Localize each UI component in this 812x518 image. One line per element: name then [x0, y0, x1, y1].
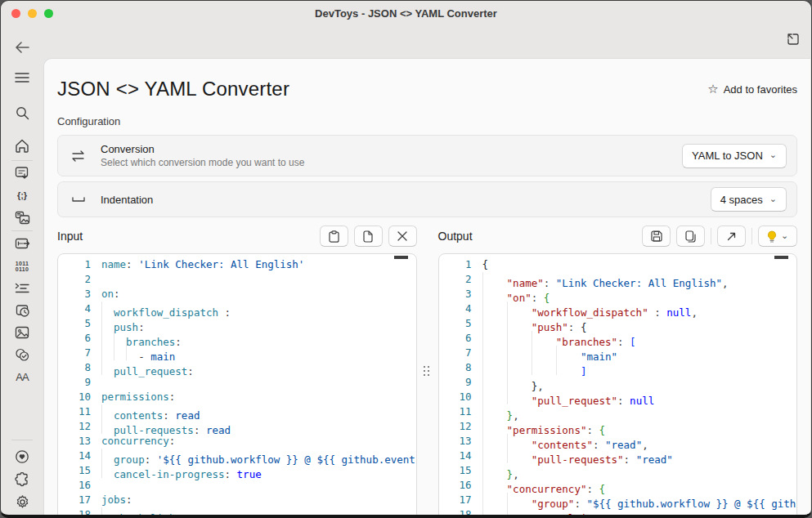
indentation-dropdown[interactable]: 4 spaces ⌄	[711, 187, 787, 212]
compact-overlay-icon	[786, 32, 800, 46]
code-line: 9},	[439, 375, 797, 390]
configuration-section-label: Configuration	[57, 115, 797, 127]
output-editor[interactable]: 1{2"name": "Link Checker: All English",3…	[438, 253, 798, 515]
extensions-icon[interactable]	[14, 471, 30, 488]
zoom-window-button[interactable]	[44, 9, 53, 18]
code-line: 12"permissions": {	[439, 419, 797, 434]
code-line: 18check-links:	[58, 507, 416, 515]
code-line: 5push:	[58, 316, 416, 331]
clipboard-icon	[329, 230, 339, 243]
date-time-icon[interactable]	[14, 302, 30, 319]
sidebar-divider	[11, 160, 33, 161]
image-tools-icon[interactable]	[14, 324, 30, 341]
scrollbar-indicator[interactable]	[394, 256, 408, 259]
smart-detection-button[interactable]: ⌄	[758, 226, 797, 247]
formatters-icon[interactable]: {;}	[14, 187, 30, 203]
code-line: 9	[58, 375, 416, 390]
code-line: 12pull-requests: read	[58, 419, 416, 434]
paste-button[interactable]	[320, 226, 348, 247]
code-line: 14group: '${{ github.workflow }} @ ${{ g…	[58, 449, 416, 463]
expand-output-button[interactable]	[717, 226, 746, 247]
code-line: 2	[58, 272, 416, 287]
code-line: 7- main	[58, 346, 416, 360]
scrollbar-indicator[interactable]	[774, 256, 788, 259]
workspace: Input 1name: 'Link	[57, 226, 797, 515]
splitter-grip-icon	[424, 366, 429, 376]
sidebar: {;} 1011 0110 AA	[1, 25, 43, 515]
favorites-icon[interactable]	[14, 449, 30, 465]
converters-icon[interactable]	[14, 164, 30, 181]
code-line: 13concurrency:	[58, 434, 416, 449]
copy-output-button[interactable]	[676, 226, 705, 247]
toolbar-separator	[751, 228, 752, 244]
add-to-favorites-label: Add to favorites	[724, 83, 797, 96]
save-icon	[651, 230, 662, 242]
code-line: 10"pull_request": null	[439, 390, 797, 404]
home-icon[interactable]	[14, 137, 30, 154]
pane-splitter[interactable]	[417, 226, 438, 515]
indentation-setting-card: Indentation 4 spaces ⌄	[57, 181, 797, 217]
search-icon[interactable]	[14, 105, 30, 121]
code-line: 13"contents": "read",	[439, 434, 797, 449]
close-window-button[interactable]	[11, 9, 20, 18]
sidebar-divider	[11, 440, 33, 440]
conversion-mode-value: YAML to JSON	[692, 150, 763, 162]
code-line: 10permissions:	[58, 390, 416, 404]
lightbulb-icon	[767, 230, 777, 243]
code-line: 8pull_request:	[58, 360, 416, 375]
traffic-lights	[11, 9, 53, 18]
indentation-title: Indentation	[101, 194, 711, 206]
code-line: 17jobs:	[58, 493, 416, 507]
save-output-button[interactable]	[642, 226, 671, 247]
input-pane: Input 1name: 'Link	[57, 226, 417, 515]
code-line: 6branches:	[58, 331, 416, 346]
chevron-down-icon: ⌄	[769, 194, 777, 203]
graphic-generators-icon[interactable]	[14, 209, 30, 226]
minimize-window-button[interactable]	[28, 9, 37, 18]
clear-input-button[interactable]	[388, 226, 417, 247]
swap-arrows-icon	[70, 150, 87, 162]
conversion-subtitle: Select which conversion mode you want to…	[101, 157, 682, 168]
app-window: DevToys - JSON <> YAML Converter {;}	[0, 0, 812, 518]
expand-icon	[726, 231, 737, 242]
copy-icon	[685, 230, 696, 243]
code-line: 1{	[439, 257, 797, 272]
encoders-decoders-icon[interactable]	[14, 235, 30, 252]
load-file-button[interactable]	[354, 226, 383, 247]
spacebar-icon	[70, 195, 87, 203]
code-line: 3on:	[58, 287, 416, 301]
code-line: 17"group": "${{ github.workflow }} @ ${{…	[439, 493, 797, 507]
add-to-favorites-button[interactable]: ☆ Add to favorites	[707, 82, 797, 96]
conversion-mode-dropdown[interactable]: YAML to JSON ⌄	[682, 144, 787, 168]
star-icon: ☆	[707, 82, 718, 96]
settings-icon[interactable]	[14, 493, 30, 510]
file-icon	[363, 230, 373, 243]
window-title: DevToys - JSON <> YAML Converter	[315, 7, 497, 20]
code-line: 2"name": "Link Checker: All English",	[439, 272, 797, 287]
conversion-setting-card: Conversion Select which conversion mode …	[57, 135, 797, 176]
cli-tools-icon[interactable]	[14, 280, 30, 297]
page-title: JSON <> YAML Converter	[57, 78, 289, 100]
title-bar[interactable]: DevToys - JSON <> YAML Converter	[1, 1, 811, 25]
code-line: 14"pull-requests": "read"	[439, 449, 797, 463]
chevron-down-icon: ⌄	[769, 150, 777, 159]
text-tools-icon[interactable]: AA	[14, 368, 30, 385]
main-panel: JSON <> YAML Converter ☆ Add to favorite…	[43, 58, 810, 515]
close-icon	[397, 231, 407, 241]
output-pane-title: Output	[438, 230, 473, 243]
toolbar-separator	[711, 228, 711, 244]
chevron-down-icon: ⌄	[781, 231, 788, 240]
compact-overlay-button[interactable]	[783, 29, 801, 47]
code-line: 4workflow_dispatch :	[58, 301, 416, 316]
code-line: 4"workflow_dispatch" : null,	[439, 301, 797, 316]
sidebar-divider	[11, 230, 33, 231]
code-line: 16"concurrency": {	[439, 478, 797, 493]
code-line: 6"branches": [	[439, 331, 797, 346]
binary-tools-icon[interactable]: 1011 0110	[14, 258, 30, 275]
testers-icon[interactable]	[14, 346, 30, 363]
menu-icon[interactable]	[14, 69, 30, 86]
conversion-title: Conversion	[101, 143, 682, 155]
input-editor[interactable]: 1name: 'Link Checker: All English'23on:4…	[57, 253, 417, 515]
code-line: 1name: 'Link Checker: All English'	[58, 257, 416, 272]
indentation-value: 4 spaces	[720, 194, 763, 206]
